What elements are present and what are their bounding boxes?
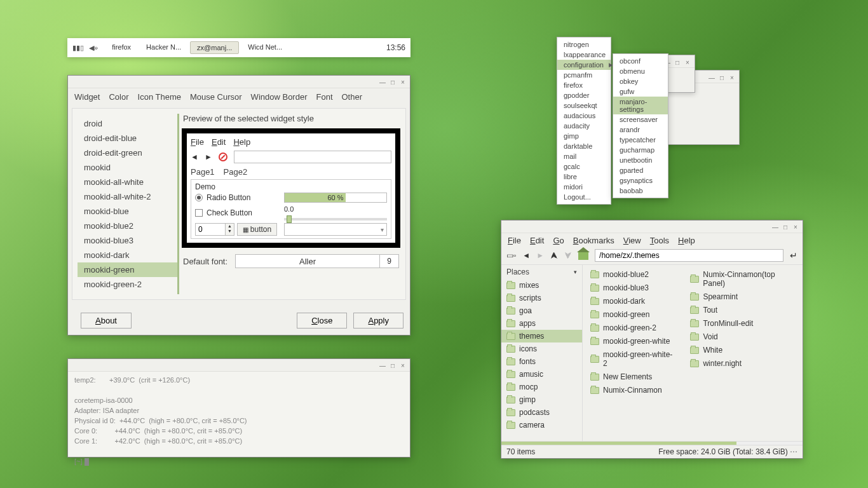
about-button[interactable]: About [81,313,132,329]
menu-item[interactable]: soulseekqt [557,100,611,111]
places-item[interactable]: mixes [501,279,582,292]
file-item[interactable]: Tout [689,304,800,316]
menu-item[interactable]: pcmanfm [557,70,611,80]
places-item[interactable]: themes [501,330,582,342]
file-view[interactable]: mookid-blue2mookid-blue3mookid-darkmooki… [583,265,803,441]
category-tab[interactable]: Widget [74,92,100,102]
minimize-icon[interactable]: — [772,224,778,231]
category-tab[interactable]: Font [316,92,332,102]
menu-item[interactable]: Go [553,236,564,245]
places-item[interactable]: podcasts [501,406,582,419]
theme-list-item[interactable]: mookid-green [78,262,177,277]
theme-list-item[interactable]: mookid [78,160,177,175]
theme-list-item[interactable]: mookid-all-white [78,175,177,189]
close-icon[interactable]: × [729,74,735,81]
menu-item[interactable]: libre [557,172,611,182]
menu-item[interactable]: manjaro-settings [613,97,668,114]
file-item[interactable]: Numix-Cinnamon [589,384,677,396]
horizontal-scrollbar[interactable] [501,441,803,445]
places-item[interactable]: icons [501,342,582,355]
file-item[interactable]: New Elements [589,371,677,383]
menu-item[interactable]: Edit [530,236,544,245]
menu-item[interactable]: Help [678,236,695,245]
category-tab[interactable]: Other [342,92,363,102]
file-item[interactable]: TronMinull-edit [689,318,800,329]
menu-item[interactable]: configuration▶ [557,60,611,70]
file-item[interactable]: winter.night [689,358,800,369]
file-item[interactable]: Void [689,331,800,342]
menu-item[interactable]: firefox [557,80,611,90]
category-tab[interactable]: Color [109,92,128,102]
menu-item[interactable]: gufw [613,86,668,97]
preview-tab[interactable]: Page1 [191,167,215,177]
titlebar[interactable]: —□× [68,76,410,88]
taskbar-item[interactable]: Wicd Net... [241,41,288,54]
places-item[interactable]: goa [501,304,582,317]
menu-item[interactable]: typecatcher [613,135,668,145]
preview-entry[interactable] [234,151,391,163]
close-button[interactable]: Close [297,313,347,329]
minimize-icon[interactable]: — [709,74,715,81]
maximize-icon[interactable]: □ [390,362,396,369]
combo-box[interactable]: ▾ [284,223,387,236]
maximize-icon[interactable]: □ [390,79,396,86]
menu-item[interactable]: screensaver [613,114,668,125]
close-icon[interactable]: × [684,59,691,66]
places-item[interactable]: fonts [501,355,582,368]
theme-list-item[interactable]: mookid-all-white-2 [78,189,177,204]
menu-item[interactable]: Logout... [557,192,611,202]
file-item[interactable]: mookid-green-2 [589,322,677,334]
preview-menu-item[interactable]: File [191,137,204,147]
forward-icon[interactable]: ► [536,251,544,260]
places-item[interactable]: gimp [501,393,582,406]
spin-button[interactable]: ▲▼ [195,223,234,236]
close-icon[interactable]: × [400,79,406,86]
menu-item[interactable]: File [508,236,521,245]
minimize-icon[interactable]: — [379,79,386,86]
menu-item[interactable]: gpodder [557,90,611,100]
file-item[interactable]: mookid-green-white-2 [589,349,677,369]
preview-menu-item[interactable]: Edit [212,137,226,147]
menu-item[interactable]: lxappearance [557,50,611,60]
minimize-icon[interactable]: — [379,362,386,369]
titlebar[interactable]: —□× [68,359,410,372]
maximize-icon[interactable]: □ [719,74,725,81]
up-icon[interactable]: ⮝ [550,251,558,260]
close-icon[interactable]: × [400,362,406,369]
menu-item[interactable]: darktable [557,141,611,151]
menu-item[interactable]: baobab [613,186,668,196]
back-icon[interactable]: ◄ [522,251,530,260]
file-item[interactable]: White [689,344,800,356]
menu-item[interactable]: gparted [613,165,668,175]
maximize-icon[interactable]: □ [674,59,681,66]
theme-list-item[interactable]: droid [78,116,177,131]
menu-item[interactable]: gcalc [557,161,611,172]
theme-list-item[interactable]: droid-edit-green [78,146,177,160]
go-icon[interactable]: ↵ [790,250,797,261]
menu-item[interactable]: obmenu [613,66,668,76]
menu-item[interactable]: midori [557,182,611,192]
preview-menu-item[interactable]: Help [233,137,250,147]
radio-button[interactable]: Radio Button [195,193,278,202]
close-icon[interactable]: × [792,224,799,231]
menu-item[interactable]: arandr [613,125,668,135]
statusbar-menu-icon[interactable]: ⋯ [790,447,797,456]
file-item[interactable]: Spearmint [689,291,800,302]
theme-list-item[interactable]: mookid-blue3 [78,233,177,248]
font-chooser[interactable]: Aller 9 [235,254,399,268]
back-icon[interactable]: ◄ [191,152,198,161]
menu-item[interactable]: audacious [557,111,611,121]
menu-item[interactable]: mail [557,151,611,161]
menu-item[interactable]: View [623,236,641,245]
menu-item[interactable]: gucharmap [613,145,668,155]
file-item[interactable]: mookid-blue2 [589,269,677,280]
preview-button[interactable]: ▦ button [237,223,277,236]
taskbar-item[interactable]: Hacker N... [140,41,187,54]
menu-item[interactable]: nitrogen [557,39,611,50]
maximize-icon[interactable]: □ [782,224,789,231]
taskbar-item[interactable]: zx@manj... [190,41,239,54]
file-item[interactable]: mookid-blue3 [589,282,677,294]
forward-icon[interactable]: ► [205,152,212,161]
menu-item[interactable]: Tools [650,236,669,245]
preview-tab[interactable]: Page2 [224,167,248,177]
